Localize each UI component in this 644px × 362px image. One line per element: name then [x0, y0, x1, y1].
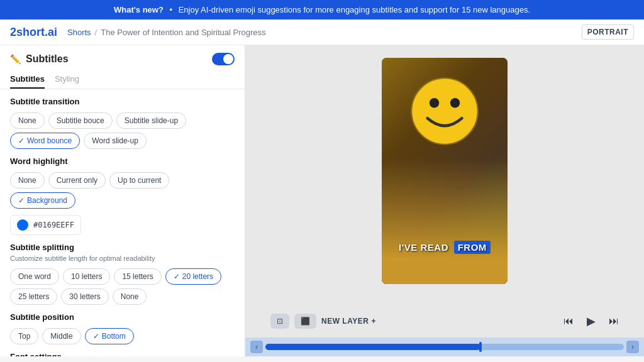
panel-header-top: ✏️ Subtitles: [10, 53, 235, 65]
timeline-right-nav[interactable]: ›: [626, 341, 639, 353]
subtitle-splitting-desc: Customize subtitle length for optimal re…: [10, 255, 235, 262]
toggle-knob: [223, 54, 233, 64]
pill-top[interactable]: Top: [10, 328, 38, 344]
smiley-emoji: [410, 77, 479, 146]
subtitle-splitting-title: Subtitle splitting: [10, 243, 235, 252]
pencil-icon: ✏️: [10, 54, 21, 64]
timeline: ‹ ›: [245, 337, 644, 356]
pill-25-letters[interactable]: 25 letters: [10, 288, 57, 305]
timeline-bar[interactable]: [265, 344, 624, 350]
subtitle-transition-pills: None Subtitle bouce Subtitle slide-up ✓ …: [10, 112, 235, 149]
pill-word-bounce[interactable]: ✓ Word bounce: [10, 133, 80, 149]
subtitle-word-1: I'VE READ: [399, 242, 448, 253]
person-silhouette: [382, 158, 508, 284]
font-settings-title: Font settings: [10, 352, 235, 356]
playback-controls: ⏮ ▶ ⏭: [564, 311, 631, 331]
right-panel: I'VE READ FROM ⊡ ⬛ NEW LAYER + ⏮ ▶ ⏭: [245, 45, 644, 356]
pill-background[interactable]: ✓ Background: [10, 192, 75, 209]
announcement-message: Enjoy AI-driven emoji suggestions for mo…: [179, 5, 530, 14]
main-header: 2short.ai Shorts / The Power of Intentio…: [0, 19, 644, 45]
svg-point-1: [430, 98, 439, 107]
timeline-progress: [265, 344, 480, 350]
panel-content: Subtitle transition None Subtitle bouce …: [0, 89, 245, 356]
left-panel: ✏️ Subtitles Subtitles Styling Subtitle …: [0, 45, 245, 356]
video-preview-container: I'VE READ FROM: [382, 58, 508, 284]
subtitles-toggle[interactable]: [212, 53, 235, 65]
color-swatch: [17, 219, 28, 231]
subtitle-text: I'VE READ FROM: [388, 242, 501, 253]
svg-point-2: [450, 98, 460, 107]
new-layer-button[interactable]: NEW LAYER +: [321, 317, 376, 326]
pill-word-slide-up[interactable]: Word slide-up: [84, 133, 147, 149]
subtitle-position-pills: Top Middle ✓ Bottom: [10, 328, 235, 344]
pill-subtitle-bouce[interactable]: Subtitle bouce: [48, 112, 113, 129]
pill-20-letters[interactable]: ✓ 20 letters: [165, 268, 221, 285]
announcement-new-label: What's new?: [114, 5, 164, 14]
breadcrumb-title: The Power of Intention and Spiritual Pro…: [101, 28, 265, 37]
pill-30-letters[interactable]: 30 letters: [61, 288, 108, 305]
layer-controls-row: ⊡ ⬛ NEW LAYER + ⏮ ▶ ⏭: [258, 311, 631, 331]
panel-tabs: Subtitles Styling: [10, 70, 235, 89]
breadcrumb-sep: /: [95, 28, 97, 37]
subtitle-word-highlight: FROM: [454, 241, 491, 254]
color-picker-row[interactable]: #0169EEFF: [10, 215, 81, 235]
announcement-dot: •: [170, 5, 173, 14]
pill-up-to-current[interactable]: Up to current: [109, 172, 169, 189]
subtitles-title: ✏️ Subtitles: [10, 53, 69, 65]
pill-one-word[interactable]: One word: [10, 268, 59, 285]
subtitle-transition-title: Subtitle transition: [10, 97, 235, 106]
crop-layer-button[interactable]: ⊡: [270, 314, 289, 329]
color-hex-value: #0169EEFF: [33, 221, 74, 229]
tab-styling[interactable]: Styling: [55, 70, 79, 89]
pill-none-transition[interactable]: None: [10, 112, 45, 129]
main-layout: ✏️ Subtitles Subtitles Styling Subtitle …: [0, 45, 644, 356]
word-highlight-pills: None Current only Up to current ✓ Backgr…: [10, 172, 235, 209]
subtitles-label: Subtitles: [26, 53, 69, 65]
skip-back-button[interactable]: ⏮: [564, 315, 574, 327]
bottom-controls-area: ⊡ ⬛ NEW LAYER + ⏮ ▶ ⏭: [258, 311, 631, 331]
pill-bottom[interactable]: ✓ Bottom: [85, 328, 134, 344]
pill-subtitle-slide-up[interactable]: Subtitle slide-up: [116, 112, 186, 129]
pill-15-letters[interactable]: 15 letters: [114, 268, 161, 285]
word-highlight-title: Word highlight: [10, 156, 235, 166]
subtitle-overlay: I'VE READ FROM: [382, 242, 508, 253]
timeline-cursor: [479, 342, 482, 352]
pill-none-splitting[interactable]: None: [113, 288, 147, 305]
svg-point-0: [411, 78, 478, 145]
subtitle-position-title: Subtitle position: [10, 312, 235, 322]
timeline-left-nav[interactable]: ‹: [250, 341, 263, 353]
breadcrumb: Shorts / The Power of Intention and Spir…: [67, 28, 266, 37]
subtitle-splitting-pills: One word 10 letters 15 letters ✓ 20 lett…: [10, 268, 235, 305]
logo: 2short.ai: [10, 26, 57, 39]
skip-forward-button[interactable]: ⏭: [609, 315, 619, 327]
play-button[interactable]: ▶: [581, 311, 601, 331]
announcement-bar: What's new? • Enjoy AI-driven emoji sugg…: [0, 0, 644, 19]
panel-header: ✏️ Subtitles Subtitles Styling: [0, 45, 245, 89]
tab-subtitles[interactable]: Subtitles: [10, 70, 45, 89]
delete-layer-button[interactable]: ⬛: [294, 314, 316, 329]
video-preview: I'VE READ FROM: [382, 58, 508, 284]
breadcrumb-shorts[interactable]: Shorts: [67, 28, 91, 37]
portrait-button[interactable]: PORTRAIT: [582, 25, 634, 40]
pill-current-only[interactable]: Current only: [48, 172, 106, 189]
pill-10-letters[interactable]: 10 letters: [63, 268, 110, 285]
pill-middle[interactable]: Middle: [42, 328, 80, 344]
pill-none-highlight[interactable]: None: [10, 172, 45, 189]
